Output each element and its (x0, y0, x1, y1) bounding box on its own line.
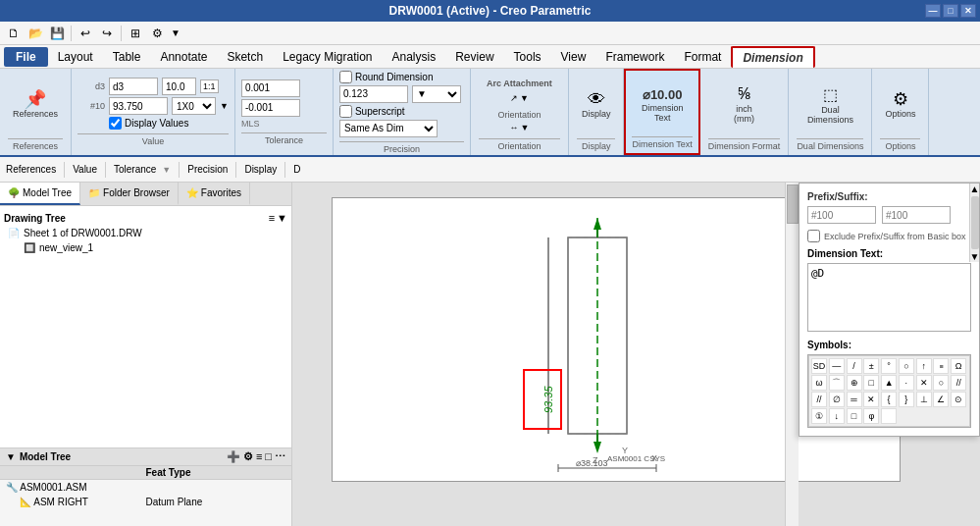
superscript-checkbox[interactable]: Superscript (339, 105, 405, 118)
dual-dimensions-button[interactable]: ⬚ DualDimensions (802, 82, 858, 128)
options-button[interactable]: ⚙ Options (880, 87, 920, 122)
menu-analysis[interactable]: Analysis (383, 47, 446, 67)
dimension-format-button[interactable]: ⅝ inch(mm) (727, 82, 762, 127)
menu-legacy-migration[interactable]: Legacy Migration (273, 47, 382, 67)
tree-expand-button[interactable]: ▼ (277, 212, 287, 224)
references-button[interactable]: 📌 References (8, 87, 63, 122)
suffix-input[interactable] (882, 206, 951, 224)
sym-square2[interactable]: □ (847, 408, 862, 424)
sym-degree[interactable]: ° (881, 358, 897, 374)
sym-plusminus[interactable]: ± (863, 358, 879, 374)
save-button[interactable]: 💾 (47, 24, 67, 43)
tab-model-tree[interactable]: 🌳 Model Tree (0, 183, 80, 205)
undo-button[interactable]: ↩ (76, 24, 95, 43)
menu-table[interactable]: Table (103, 47, 151, 67)
btree-filter-button[interactable]: ⚙ (243, 450, 253, 463)
sym-scroll[interactable]: ≡ (933, 358, 949, 374)
sym-slash[interactable]: / (847, 358, 862, 374)
sym-circled1[interactable]: ① (811, 408, 827, 424)
dim-name-input[interactable] (109, 78, 158, 95)
btree-expand-button[interactable]: □ (265, 450, 272, 463)
display-button[interactable]: 👁 Display (577, 87, 616, 122)
close-button[interactable]: ✕ (960, 4, 976, 18)
orientation-button[interactable]: ↔ ▼ (480, 120, 558, 135)
sub-sep2 (105, 162, 106, 178)
orientation-label: Orientation (497, 110, 541, 120)
menu-dimension[interactable]: Dimension (731, 46, 814, 68)
sym-parallel1[interactable]: // (951, 375, 966, 391)
sym-dot[interactable]: · (899, 375, 914, 391)
tab-folder-browser[interactable]: 📁 Folder Browser (80, 183, 179, 205)
tol-upper-input[interactable] (241, 79, 300, 97)
prec-select[interactable]: ▼ (412, 85, 461, 103)
ribbon-orientation-label: Orientation (479, 138, 560, 151)
new-button[interactable]: 🗋 (4, 24, 24, 43)
sym-uparrow[interactable]: ↑ (916, 358, 932, 374)
sym-oplus[interactable]: ⊕ (847, 375, 862, 391)
sym-target[interactable]: ⊙ (951, 392, 966, 407)
sym-downarrow[interactable]: ↓ (829, 408, 845, 424)
tree-options-button[interactable]: ≡ (269, 212, 275, 224)
canvas-scrollbar[interactable] (785, 183, 799, 526)
settings-button[interactable]: ⚙ (147, 24, 167, 43)
scrollbar-thumb[interactable] (787, 184, 799, 224)
sym-parallel2[interactable]: // (811, 392, 827, 407)
right-icon: 📐 (20, 497, 31, 507)
tree-item-sheet[interactable]: 📄 Sheet 1 of DRW0001.DRW (4, 226, 287, 240)
tree-item-view[interactable]: 🔲 new_view_1 (4, 240, 287, 255)
menu-tools[interactable]: Tools (504, 47, 551, 67)
sym-angle[interactable]: ∠ (933, 392, 949, 407)
maximize-button[interactable]: □ (943, 4, 958, 18)
sym-arc[interactable]: ⌒ (829, 375, 845, 391)
dim-type-select[interactable]: 1X0 (172, 97, 216, 115)
redo-button[interactable]: ↪ (97, 24, 117, 43)
sym-omega[interactable]: ω (811, 375, 827, 391)
dim-text-textarea[interactable]: @D (807, 263, 971, 332)
dimension-text-button[interactable]: ⌀10.00 DimensionText (638, 85, 688, 125)
sym-bracket[interactable]: } (899, 392, 914, 407)
btree-more-button[interactable]: ⋯ (275, 450, 285, 463)
open-button[interactable]: 📂 (26, 24, 45, 43)
sym-perp[interactable]: ⊥ (916, 392, 932, 407)
round-dimension-checkbox[interactable]: Round Dimension (339, 71, 434, 83)
sym-circle2[interactable]: ○ (933, 375, 949, 391)
menu-view[interactable]: View (551, 47, 596, 67)
dim-scale-input[interactable] (162, 78, 196, 95)
btree-add-button[interactable]: ➕ (227, 450, 240, 463)
sym-sd[interactable]: SD (811, 358, 827, 374)
menu-review[interactable]: Review (445, 47, 503, 67)
grid-toggle[interactable]: ⊞ (126, 24, 145, 43)
tab-favorites[interactable]: ⭐ Favorites (179, 183, 250, 205)
dim-value-input[interactable] (109, 97, 168, 115)
sym-dash[interactable]: — (829, 358, 845, 374)
menu-layout[interactable]: Layout (48, 47, 103, 67)
sym-circle[interactable]: ○ (899, 358, 914, 374)
toolbar-dropdown[interactable]: ▼ (169, 26, 182, 39)
sym-phi[interactable]: φ (863, 408, 879, 424)
sym-triangle[interactable]: ▲ (881, 375, 897, 391)
btree-row-asm[interactable]: 🔧 ASM0001.ASM (0, 480, 291, 495)
exclude-prefix-checkbox[interactable] (807, 230, 820, 242)
tol-lower-input[interactable] (241, 99, 300, 117)
display-values-checkbox[interactable]: Display Values (109, 117, 188, 130)
sym-square[interactable]: □ (863, 375, 879, 391)
sym-blank[interactable] (881, 408, 897, 424)
sym-omega-cap[interactable]: Ω (951, 358, 966, 374)
sym-diameter[interactable]: ∅ (829, 392, 845, 407)
btree-options-button[interactable]: ≡ (256, 450, 262, 463)
same-as-dim-select[interactable]: Same As Dim (339, 120, 438, 137)
prefix-input[interactable] (807, 206, 876, 224)
btree-row-right[interactable]: 📐 ASM RIGHT Datum Plane (0, 495, 291, 509)
sym-cross[interactable]: ✕ (916, 375, 932, 391)
menu-sketch[interactable]: Sketch (217, 47, 273, 67)
minimize-button[interactable]: — (925, 4, 941, 18)
sym-curly[interactable]: { (881, 392, 897, 407)
arc-attachment-button[interactable]: ↗ ▼ (501, 90, 537, 106)
menu-file[interactable]: File (4, 47, 48, 67)
menu-format[interactable]: Format (674, 47, 731, 67)
menu-annotate[interactable]: Annotate (150, 47, 217, 67)
sym-double-dash[interactable]: ═ (847, 392, 862, 407)
prec-value-input[interactable] (339, 85, 408, 103)
menu-framework[interactable]: Framework (595, 47, 674, 67)
sym-x[interactable]: ✕ (863, 392, 879, 407)
